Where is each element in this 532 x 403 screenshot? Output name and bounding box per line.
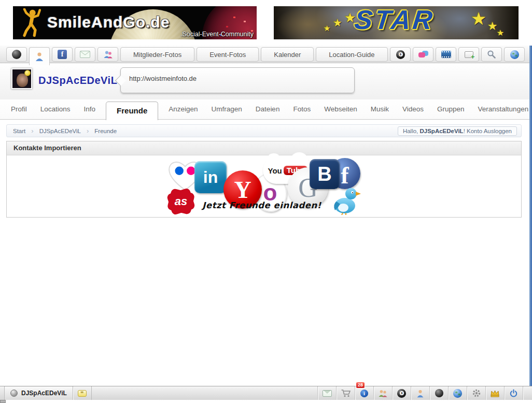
nav-tab-member-active[interactable] <box>29 47 50 65</box>
toolbar-end-cap <box>523 386 532 400</box>
greeting-box: Hallo, DJSpAcEDeViL! Konto Ausloggen <box>398 126 517 136</box>
status-bubble-text: http://woistmeinfoto.de <box>121 68 354 89</box>
youtube-you-text: You <box>268 166 282 175</box>
page-edge-strip <box>529 46 532 386</box>
nav-tab-event-fotos[interactable]: Event-Fotos <box>197 47 259 62</box>
nav-tab-facebook[interactable]: f <box>52 47 73 62</box>
breadcrumb-user[interactable]: DJSpAcEDeViL <box>39 128 81 134</box>
mail-icon <box>323 390 332 397</box>
smileandgo-banner[interactable]: SmileAndGo.de .Social-Event-Community <box>13 6 257 39</box>
toolbar-notifications-button[interactable]: i 28 <box>355 386 373 400</box>
toolbar-power-button[interactable] <box>504 386 523 400</box>
nav-tab-location-guide[interactable]: Location-Guide <box>316 47 387 62</box>
chat-icon <box>418 51 428 59</box>
nav-tab-photo-upload[interactable]: + <box>458 47 479 62</box>
chevron-right-icon: › <box>87 127 89 135</box>
nav-tab-mail[interactable] <box>75 47 95 62</box>
toolbar-settings-button[interactable] <box>467 386 485 400</box>
eight-ball-icon: 8 <box>397 389 406 398</box>
nav-right-group: 8 + <box>390 47 525 62</box>
toolbar-community-button[interactable] <box>429 386 448 400</box>
crown-icon <box>490 390 500 397</box>
site-logo-text: SmileAndGo.de <box>47 13 170 31</box>
star-glyph: ★ <box>324 24 330 33</box>
nav-tab-search[interactable] <box>481 47 502 62</box>
bebo-icon: B <box>310 159 340 189</box>
globe-icon <box>453 389 462 398</box>
disco-ball-icon <box>435 389 443 397</box>
nav-tab-friends[interactable] <box>97 47 118 62</box>
star-glyph: ★ <box>497 28 504 38</box>
subnav-gruppen[interactable]: Gruppen <box>430 99 471 119</box>
lastfm-text: as <box>166 188 195 215</box>
bottom-toolbar: DJSpAcEDeViL “ i 28 8 <box>0 386 532 400</box>
breadcrumb-bar: Start › DJSpAcEDeViL › Freunde Hallo, DJ… <box>6 124 522 137</box>
subnav-umfragen[interactable]: Umfragen <box>205 99 249 119</box>
friends-icon <box>103 50 113 59</box>
toolbar-profile-button[interactable] <box>411 386 429 400</box>
facebook-icon: f <box>58 50 67 59</box>
cart-icon <box>341 389 351 397</box>
status-bubble-input[interactable]: http://woistmeinfoto.de <box>120 67 355 93</box>
profile-sub-navigation: Profil Locations Info Freunde Anzeigen U… <box>0 99 532 120</box>
twitter-bird-icon <box>330 186 361 215</box>
subnav-anzeigen[interactable]: Anzeigen <box>162 99 204 119</box>
resize-corner <box>0 400 6 403</box>
subnav-veranstaltungen[interactable]: Veranstaltungen <box>471 99 532 119</box>
quote-button[interactable]: “ <box>73 386 92 400</box>
toolbar-cart-button[interactable] <box>336 386 355 400</box>
info-icon: i <box>360 390 368 397</box>
nav-tab-language[interactable] <box>504 47 525 62</box>
linkedin-icon: in <box>194 161 227 193</box>
member-icon <box>416 389 425 398</box>
toolbar-globe-button[interactable] <box>448 386 467 400</box>
globe-icon <box>510 50 519 59</box>
dancer-icon <box>20 8 43 37</box>
greeting-username: DJSpAcEDeViL <box>419 128 463 134</box>
main-navigation: f Mitglieder-Fotos Event-Fotos Kalender … <box>0 46 532 63</box>
gear-icon <box>472 388 481 398</box>
page: SmileAndGo.de .Social-Event-Community ★ … <box>0 0 532 403</box>
subnav-videos[interactable]: Videos <box>396 99 430 119</box>
subnav-musik[interactable]: Musik <box>364 99 396 119</box>
logout-link[interactable]: Konto Ausloggen <box>467 128 512 134</box>
quote-icon: “ <box>78 390 87 397</box>
avatar[interactable] <box>11 68 32 89</box>
power-icon <box>509 389 518 398</box>
subnav-profil[interactable]: Profil <box>4 99 34 119</box>
toolbar-mail-button[interactable] <box>317 386 336 400</box>
nav-tab-games[interactable]: 8 <box>390 47 411 62</box>
subnav-info[interactable]: Info <box>77 99 103 119</box>
subnav-freunde-active[interactable]: Freunde <box>106 102 158 120</box>
nav-tab-mitglieder-fotos[interactable]: Mitglieder-Fotos <box>120 47 194 62</box>
subnav-webseiten[interactable]: Webseiten <box>317 99 364 119</box>
nav-tab-kalender[interactable]: Kalender <box>261 47 314 62</box>
eight-ball-icon: 8 <box>396 50 405 59</box>
notification-badge: 28 <box>356 382 365 388</box>
invite-friends-text: Jetzt Freunde einladen! <box>195 200 328 210</box>
box-title: Kontakte Importieren <box>7 141 521 155</box>
star-ad-banner[interactable]: ★ ★ ★ STAR ★ ★ ★ <box>274 6 519 39</box>
star-glyph: ★ <box>487 20 498 33</box>
nav-tab-videos[interactable] <box>436 47 456 62</box>
star-banner-text: STAR <box>353 6 436 35</box>
profile-header: DJSpAcEDeViL http://woistmeinfoto.de <box>0 63 532 99</box>
chevron-right-icon: › <box>31 127 33 135</box>
disco-ball-icon <box>12 50 21 59</box>
subnav-dateien[interactable]: Dateien <box>249 99 287 119</box>
lastfm-icon: as <box>166 188 195 215</box>
nav-tab-chat[interactable] <box>413 47 433 62</box>
greeting-prefix: Hallo, <box>403 128 420 134</box>
search-icon <box>487 50 496 59</box>
subnav-locations[interactable]: Locations <box>34 99 77 119</box>
chat-tab[interactable]: DJSpAcEDeViL <box>4 386 73 400</box>
breadcrumb-start[interactable]: Start <box>13 128 25 134</box>
nav-tab-community[interactable] <box>6 47 27 62</box>
toolbar-games-button[interactable]: 8 <box>392 386 411 400</box>
status-orb-icon <box>10 390 18 397</box>
smiley-icon <box>24 70 31 76</box>
subnav-fotos[interactable]: Fotos <box>286 99 317 119</box>
toolbar-vip-button[interactable] <box>485 386 504 400</box>
invite-friends-banner[interactable]: in Y o You Tube G B f as Jetzt Freunde e… <box>165 157 362 216</box>
toolbar-friends-button[interactable] <box>373 386 392 400</box>
